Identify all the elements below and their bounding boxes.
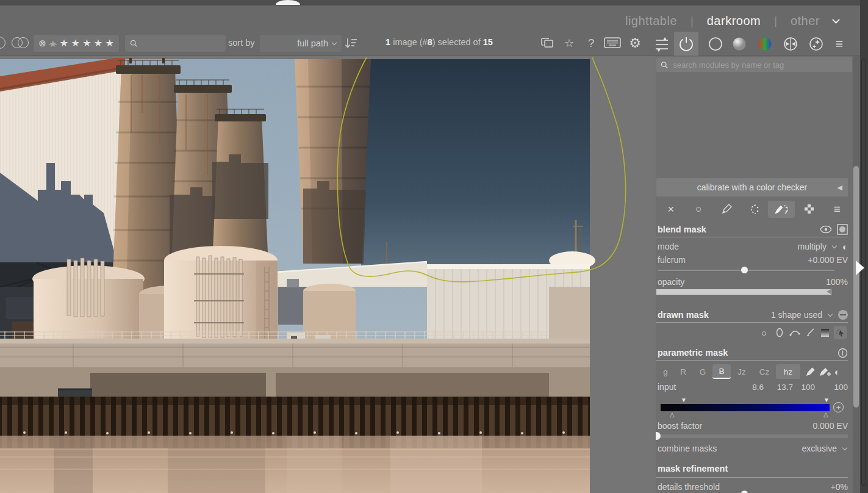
star-icon[interactable]: ★	[105, 38, 113, 48]
opacity-label: opacity	[658, 277, 684, 287]
display-mask-icon[interactable]	[837, 224, 848, 235]
help-icon[interactable]: ?	[583, 35, 599, 51]
blend-off-icon[interactable]: ×	[658, 201, 684, 218]
boost-factor-slider-handle[interactable]	[656, 432, 661, 440]
module-group-color-icon[interactable]	[753, 32, 777, 56]
input-value-3[interactable]: 100	[793, 383, 815, 392]
views-chevron-down-icon[interactable]	[832, 16, 840, 24]
details-threshold-row[interactable]: details threshold +0%	[658, 481, 848, 493]
slider-marker-up-icon[interactable]: △	[823, 412, 828, 418]
search-input[interactable]	[141, 38, 221, 49]
module-search-box[interactable]	[656, 57, 852, 72]
slider-marker-down-icon[interactable]: ▼	[681, 397, 687, 403]
brush-shape-icon[interactable]	[803, 326, 816, 339]
slider-marker-up-icon[interactable]: △	[670, 412, 675, 418]
eye-icon[interactable]	[820, 225, 832, 234]
chevron-down-icon[interactable]	[828, 311, 833, 316]
star-icon[interactable]: ★	[60, 38, 68, 48]
star-icon[interactable]: ★	[82, 38, 91, 48]
right-panel: calibrate with a color checker ◀ × ○ ≡ b…	[656, 56, 853, 493]
invert-channel-icon[interactable]: ◐	[834, 367, 840, 377]
color-picker-icon[interactable]	[805, 366, 816, 377]
module-search-input[interactable]	[672, 60, 848, 70]
fulcrum-row[interactable]: fulcrum +0.000 EV	[658, 254, 848, 266]
mode-value[interactable]: multiply	[797, 242, 826, 251]
darkroom-canvas[interactable]	[0, 56, 656, 493]
opacity-value[interactable]: 100%	[826, 277, 848, 287]
gradient-shape-icon[interactable]	[819, 326, 831, 339]
tab-channel-g[interactable]: g	[658, 364, 673, 379]
star-overlay-icon[interactable]: ☆	[561, 35, 577, 51]
tab-darkroom[interactable]: darkroom	[707, 14, 761, 28]
boost-factor-slider[interactable]	[656, 434, 848, 438]
blending-menu-icon[interactable]: ≡	[823, 201, 850, 218]
combine-masks-value[interactable]: exclusive	[802, 444, 837, 453]
keyboard-shortcuts-icon[interactable]	[604, 37, 621, 49]
tab-channel-Jz[interactable]: Jz	[731, 364, 753, 379]
combine-masks-row[interactable]: combine masks exclusive	[658, 442, 848, 455]
tab-channel-B[interactable]: B	[712, 364, 731, 379]
unstar-icon[interactable]: ★	[49, 39, 57, 48]
module-group-basic-icon[interactable]	[703, 32, 728, 56]
divider	[656, 237, 848, 237]
tab-other[interactable]: other	[791, 14, 820, 28]
presets-menu-icon[interactable]: ≡	[828, 32, 850, 56]
star-icon[interactable]: ★	[94, 38, 102, 48]
right-panel-collapse-arrow[interactable]	[856, 261, 864, 275]
opacity-slider[interactable]	[656, 289, 831, 295]
calibrate-color-checker-button[interactable]: calibrate with a color checker ◀	[656, 178, 848, 196]
remove-shape-icon[interactable]	[838, 310, 848, 320]
module-group-correct-icon[interactable]	[778, 32, 803, 56]
invert-output-icon[interactable]	[838, 348, 848, 358]
opacity-slider-handle[interactable]	[827, 289, 832, 295]
filter-search-box[interactable]	[125, 35, 226, 52]
ellipse-shape-icon[interactable]	[773, 326, 786, 339]
fulcrum-slider-handle[interactable]	[741, 267, 748, 273]
circle-shape-icon[interactable]: ○	[758, 326, 770, 339]
drawn-and-parametric-mask-icon[interactable]	[768, 201, 795, 218]
details-threshold-slider-handle[interactable]	[741, 491, 748, 493]
parametric-input-slider[interactable]	[661, 404, 830, 411]
boost-factor-value[interactable]: 0.000 EV	[812, 421, 848, 431]
duplicates-icon[interactable]	[540, 36, 555, 51]
gear-icon[interactable]: ⚙	[627, 35, 643, 51]
chevron-down-icon[interactable]	[832, 243, 837, 248]
details-threshold-value[interactable]: +0%	[831, 482, 848, 492]
blend-uniformly-icon[interactable]: ○	[685, 201, 712, 218]
blend-mask-title: blend mask	[658, 225, 706, 234]
module-group-active-icon[interactable]	[674, 32, 698, 56]
color-assessment-icon[interactable]	[18, 37, 29, 48]
reject-icon[interactable]: ⊗	[38, 38, 46, 49]
input-value-2[interactable]: 13.7	[764, 383, 793, 392]
shapes-used-value[interactable]: 1 shape used	[771, 310, 822, 320]
opacity-row[interactable]: opacity 100%	[658, 276, 848, 288]
boost-factor-row[interactable]: boost factor 0.000 EV	[658, 420, 848, 432]
blend-mode-row[interactable]: mode multiply ◐	[658, 240, 848, 253]
edit-shapes-cursor-icon[interactable]	[834, 326, 847, 339]
blend-order-icon[interactable]: ◐	[842, 242, 848, 252]
parametric-mask-icon[interactable]	[741, 201, 767, 218]
panel-scrollbar-thumb[interactable]	[853, 166, 859, 408]
rating-filter[interactable]: ⊗ ★ ★ ★ ★ ★ ★	[34, 35, 119, 52]
tab-channel-G[interactable]: G	[693, 364, 712, 379]
color-picker-add-icon[interactable]	[819, 366, 831, 377]
input-value-1[interactable]: 8.6	[736, 383, 764, 392]
module-group-tone-icon[interactable]	[727, 32, 751, 56]
add-node-icon[interactable]: +	[833, 402, 844, 412]
parametric-mask-header: parametric mask	[658, 345, 848, 360]
drawn-mask-icon[interactable]	[713, 201, 740, 218]
chevron-down-icon[interactable]	[842, 445, 847, 450]
tab-lighttable[interactable]: lighttable	[625, 14, 677, 28]
path-shape-icon[interactable]	[788, 326, 801, 339]
fulcrum-value[interactable]: +0.000 EV	[808, 255, 848, 265]
raster-mask-icon[interactable]	[796, 201, 823, 218]
active-modules-icon[interactable]	[650, 32, 674, 56]
tab-channel-hz[interactable]: hz	[776, 364, 800, 379]
star-icon[interactable]: ★	[71, 38, 79, 48]
tab-channel-Cz[interactable]: Cz	[753, 364, 776, 379]
tab-channel-R[interactable]: R	[673, 364, 693, 379]
module-group-effect-icon[interactable]	[804, 32, 828, 56]
slider-marker-down-icon[interactable]: ▼	[823, 397, 830, 403]
sort-dropdown[interactable]: full path	[260, 35, 342, 52]
input-value-4[interactable]: 100	[815, 383, 848, 392]
